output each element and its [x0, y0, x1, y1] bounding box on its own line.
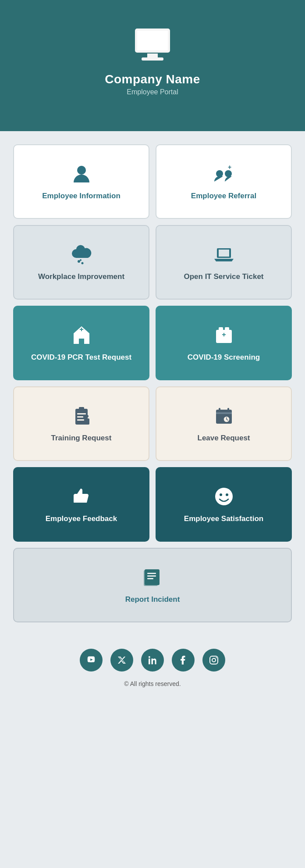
- youtube-button[interactable]: [80, 649, 103, 672]
- card-label-leave-request: Leave Request: [198, 433, 250, 443]
- card-label-covid-pcr-test-request: COVID-19 PCR Test Request: [31, 353, 131, 362]
- calendar-icon: [213, 404, 235, 427]
- svg-rect-14: [81, 328, 82, 331]
- card-covid-pcr-test-request[interactable]: COVID-19 PCR Test Request: [13, 306, 149, 380]
- svg-rect-39: [145, 569, 160, 585]
- svg-point-6: [225, 170, 232, 177]
- svg-rect-23: [77, 416, 83, 418]
- card-label-employee-information: Employee Information: [42, 191, 121, 201]
- medical-folder-icon: [213, 324, 235, 346]
- medical-home-icon: [70, 324, 93, 346]
- svg-point-34: [215, 488, 233, 505]
- svg-rect-21: [79, 407, 84, 411]
- referral-icon: +: [213, 162, 235, 185]
- card-employee-feedback[interactable]: Employee Feedback: [13, 467, 149, 542]
- svg-rect-29: [216, 412, 232, 414]
- svg-point-45: [216, 657, 216, 658]
- copyright-text: © All rights reserved.: [124, 680, 181, 687]
- card-covid-screening[interactable]: COVID-19 Screening: [156, 306, 292, 380]
- card-workplace-improvement[interactable]: Workplace Improvement: [13, 225, 149, 300]
- svg-point-4: [77, 166, 86, 175]
- svg-rect-1: [137, 31, 168, 50]
- social-icons: [80, 649, 225, 672]
- svg-rect-2: [147, 54, 158, 58]
- svg-rect-3: [142, 57, 163, 61]
- instagram-button[interactable]: [202, 649, 225, 672]
- cloud-icon: [70, 243, 93, 266]
- card-label-training-request: Training Request: [51, 433, 112, 443]
- grid-container: Employee Information + Employee Referral…: [0, 131, 305, 631]
- svg-rect-17: [223, 333, 224, 336]
- company-name: Company Name: [105, 72, 200, 86]
- card-label-workplace-improvement: Workplace Improvement: [38, 272, 124, 282]
- person-icon: [70, 162, 93, 185]
- clipboard-icon: [70, 404, 93, 427]
- svg-point-5: [216, 170, 223, 177]
- svg-rect-28: [216, 410, 232, 424]
- svg-rect-18: [219, 327, 223, 331]
- card-employee-satisfaction[interactable]: Employee Satisfaction: [156, 467, 292, 542]
- svg-rect-41: [147, 575, 156, 577]
- svg-rect-19: [225, 327, 229, 331]
- thumbsup-icon: [70, 485, 93, 508]
- smiley-icon: [213, 485, 235, 508]
- svg-point-9: [81, 262, 83, 264]
- svg-rect-24: [77, 419, 84, 421]
- card-label-report-incident: Report Incident: [125, 595, 180, 604]
- card-label-employee-feedback: Employee Feedback: [46, 514, 117, 524]
- laptop-icon: [213, 243, 235, 266]
- card-label-employee-referral: Employee Referral: [191, 191, 256, 201]
- svg-point-35: [220, 493, 222, 496]
- svg-rect-42: [147, 578, 153, 579]
- header: Company Name Employee Portal: [0, 0, 305, 131]
- svg-point-8: [78, 260, 80, 263]
- svg-point-36: [226, 493, 228, 496]
- cards-grid: Employee Information + Employee Referral…: [13, 144, 292, 622]
- svg-rect-22: [77, 413, 86, 414]
- svg-point-44: [212, 658, 216, 662]
- card-label-employee-satisfaction: Employee Satisfaction: [184, 514, 263, 524]
- svg-rect-40: [147, 573, 156, 574]
- footer: © All rights reserved.: [0, 631, 305, 700]
- card-report-incident[interactable]: Report Incident: [13, 548, 292, 622]
- report-icon: [141, 566, 164, 589]
- linkedin-button[interactable]: [141, 649, 164, 672]
- card-training-request[interactable]: Training Request: [13, 386, 149, 461]
- card-label-open-it-service-ticket: Open IT Service Ticket: [184, 272, 263, 282]
- svg-rect-31: [227, 408, 229, 412]
- svg-text:+: +: [228, 164, 231, 171]
- svg-point-10: [80, 259, 82, 261]
- card-leave-request[interactable]: Leave Request: [156, 386, 292, 461]
- card-open-it-service-ticket[interactable]: Open IT Service Ticket: [156, 225, 292, 300]
- portal-subtitle: Employee Portal: [127, 88, 178, 96]
- svg-rect-30: [219, 408, 220, 412]
- twitter-x-button[interactable]: [110, 649, 133, 672]
- svg-point-27: [86, 415, 89, 418]
- card-employee-information[interactable]: Employee Information: [13, 144, 149, 219]
- facebook-button[interactable]: [172, 649, 195, 672]
- monitor-icon: [131, 26, 174, 64]
- card-employee-referral[interactable]: + Employee Referral: [156, 144, 292, 219]
- svg-rect-12: [219, 250, 229, 257]
- svg-rect-33: [74, 496, 76, 503]
- card-label-covid-screening: COVID-19 Screening: [188, 353, 260, 362]
